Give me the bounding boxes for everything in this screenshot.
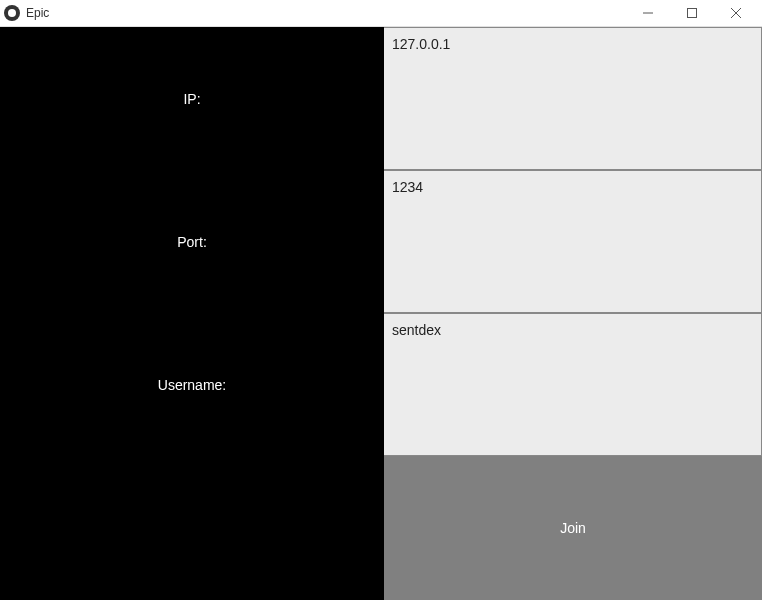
close-button[interactable] — [714, 0, 758, 27]
svg-line-3 — [731, 8, 741, 18]
fields-column: 127.0.0.1 1234 sentdex Join — [384, 27, 762, 600]
content: IP: Port: Username: 127.0.0.1 1234 sentd… — [0, 27, 762, 600]
minimize-button[interactable] — [626, 0, 670, 27]
username-value: sentdex — [392, 322, 441, 338]
join-button-label: Join — [560, 520, 586, 536]
empty-cell — [0, 456, 384, 599]
port-input[interactable]: 1234 — [384, 170, 762, 313]
titlebar: Epic — [0, 0, 762, 27]
window-title: Epic — [26, 6, 626, 20]
username-input[interactable]: sentdex — [384, 313, 762, 456]
ip-input[interactable]: 127.0.0.1 — [384, 27, 762, 170]
window-controls — [626, 0, 758, 27]
svg-rect-1 — [688, 9, 697, 18]
ip-value: 127.0.0.1 — [392, 36, 450, 52]
maximize-button[interactable] — [670, 0, 714, 27]
ip-label: IP: — [0, 27, 384, 170]
port-value: 1234 — [392, 179, 423, 195]
app-icon — [4, 5, 20, 21]
username-label: Username: — [0, 313, 384, 456]
labels-column: IP: Port: Username: — [0, 27, 384, 600]
port-label: Port: — [0, 170, 384, 313]
join-button[interactable]: Join — [384, 456, 762, 600]
svg-line-2 — [731, 8, 741, 18]
